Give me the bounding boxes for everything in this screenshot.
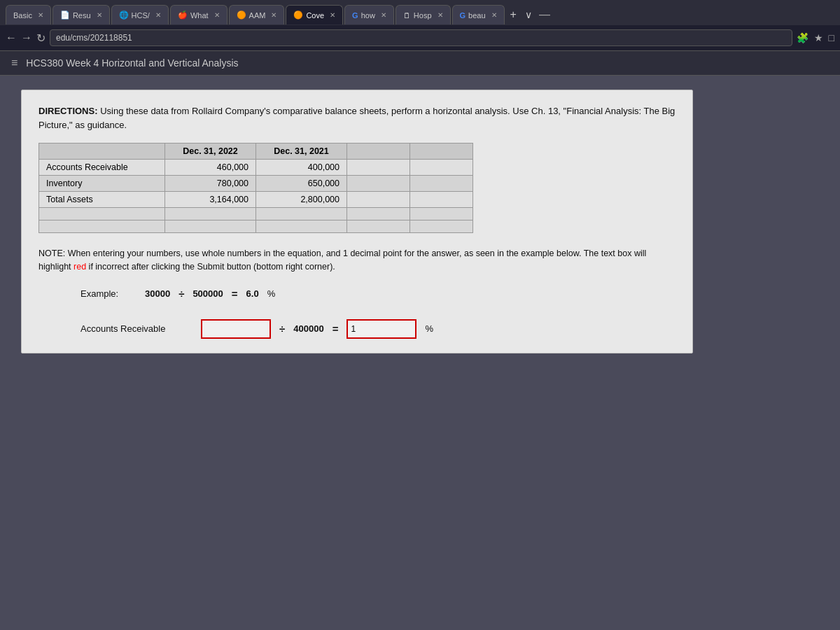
tab-cove-icon: 🟠 — [293, 10, 303, 20]
nav-forward-icon[interactable]: → — [21, 31, 32, 44]
minimize-button[interactable]: — — [539, 8, 550, 21]
calc-denominator: 400000 — [293, 323, 323, 334]
window-icon[interactable]: □ — [829, 32, 834, 43]
tab-how-close[interactable]: ✕ — [381, 11, 386, 19]
calc-row: Accounts Receivable ÷ 400000 = % — [38, 319, 676, 339]
tab-beau[interactable]: G beau ✕ — [452, 5, 505, 24]
new-tab-button[interactable]: + — [506, 8, 521, 21]
table-cell-label: Inventory — [39, 176, 165, 192]
tab-what-close[interactable]: ✕ — [214, 11, 220, 19]
tab-basic-label: Basic — [13, 11, 32, 20]
table-row: Inventory 780,000 650,000 — [39, 176, 473, 192]
example-numerator: 30000 — [145, 288, 170, 299]
table-cell-extra1 — [347, 160, 410, 176]
empty-cell — [165, 220, 256, 233]
address-bar: ← → ↻ 🧩 ★ □ — [0, 25, 840, 50]
table-cell-label: Accounts Receivable — [39, 160, 165, 176]
table-col3-header: Dec. 31, 2021 — [256, 144, 347, 160]
tab-hcs-icon: 🌐 — [119, 10, 129, 20]
table-col5-header — [410, 144, 473, 160]
extension-icon[interactable]: 🧩 — [797, 32, 808, 43]
tab-hcs-close[interactable]: ✕ — [155, 11, 161, 19]
tab-aam[interactable]: 🟠 AAM ✕ — [229, 5, 285, 24]
nav-refresh-icon[interactable]: ↻ — [36, 31, 46, 45]
tab-hcs[interactable]: 🌐 HCS/ ✕ — [111, 5, 169, 24]
tab-resu-label: Resu — [73, 11, 91, 20]
example-label: Example: — [80, 288, 136, 299]
tab-cove[interactable]: 🟠 Cove ✕ — [286, 5, 343, 24]
tab-how[interactable]: G how ✕ — [344, 5, 394, 24]
tab-cove-close[interactable]: ✕ — [330, 11, 335, 19]
table-cell-extra2 — [410, 192, 473, 208]
table-empty-row — [39, 208, 473, 220]
tab-overflow-button[interactable]: ∨ — [522, 9, 535, 20]
tab-beau-close[interactable]: ✕ — [491, 11, 497, 19]
address-field[interactable] — [50, 29, 792, 46]
directions-strong: DIRECTIONS: — [38, 106, 100, 116]
table-cell-extra1 — [347, 192, 410, 208]
example-denominator: 500000 — [192, 288, 223, 299]
bookmark-icon[interactable]: ★ — [814, 32, 823, 43]
tab-basic[interactable]: Basic ✕ — [6, 5, 51, 24]
example-percent: % — [267, 288, 276, 299]
page-header: ≡ HCS380 Week 4 Horizontal and Vertical … — [0, 51, 840, 76]
tab-aam-close[interactable]: ✕ — [271, 11, 276, 19]
content-area: DIRECTIONS: Using these data from Rollai… — [0, 76, 840, 630]
tab-what-icon: 🍎 — [178, 10, 188, 20]
table-cell-2021: 400,000 — [256, 160, 347, 176]
main-card: DIRECTIONS: Using these data from Rollai… — [21, 90, 693, 354]
tab-how-label: how — [361, 11, 375, 20]
empty-cell — [410, 208, 473, 220]
table-col2-header: Dec. 31, 2022 — [165, 144, 256, 160]
empty-cell — [165, 208, 256, 220]
browser-action-icons: 🧩 ★ □ — [797, 32, 834, 43]
empty-cell — [347, 220, 410, 233]
tab-resu-icon: 📄 — [60, 10, 70, 20]
empty-cell — [39, 220, 165, 233]
note-suffix: if incorrect after clicking the Submit b… — [86, 262, 335, 272]
example-answer: 6.0 — [246, 288, 259, 299]
calc-equals-operator: = — [332, 323, 339, 335]
calc-percent: % — [425, 323, 433, 334]
tab-beau-label: beau — [468, 11, 485, 20]
table-col1-header — [39, 144, 165, 160]
balance-sheet-table: Dec. 31, 2022 Dec. 31, 2021 Accounts Rec… — [38, 143, 473, 233]
tab-hosp-icon: 🗒 — [403, 11, 411, 20]
tab-how-icon: G — [352, 11, 358, 20]
table-cell-2022: 780,000 — [165, 176, 256, 192]
note-red-word: red — [74, 262, 86, 272]
calc-label: Accounts Receivable — [80, 323, 192, 334]
directions-text: DIRECTIONS: Using these data from Rollai… — [38, 104, 676, 132]
calc-answer-input[interactable] — [346, 319, 416, 339]
tab-basic-close[interactable]: ✕ — [38, 11, 43, 19]
tab-aam-label: AAM — [249, 11, 266, 20]
tab-resu-close[interactable]: ✕ — [97, 11, 102, 19]
tab-hosp-close[interactable]: ✕ — [438, 11, 443, 19]
tab-bar: Basic ✕ 📄 Resu ✕ 🌐 HCS/ ✕ 🍎 What ✕ 🟠 AAM… — [0, 0, 840, 25]
tab-cove-label: Cove — [306, 11, 324, 20]
empty-cell — [410, 220, 473, 233]
table-row: Total Assets 3,164,000 2,800,000 — [39, 192, 473, 208]
tab-hosp-label: Hosp — [414, 11, 432, 20]
table-cell-2021: 2,800,000 — [256, 192, 347, 208]
empty-cell — [256, 220, 347, 233]
empty-cell — [347, 208, 410, 220]
hamburger-icon[interactable]: ≡ — [11, 57, 18, 69]
example-row: Example: 30000 ÷ 500000 = 6.0 % — [38, 288, 676, 300]
table-cell-2021: 650,000 — [256, 176, 347, 192]
table-cell-extra1 — [347, 176, 410, 192]
table-cell-extra2 — [410, 160, 473, 176]
table-cell-2022: 3,164,000 — [165, 192, 256, 208]
empty-cell — [39, 208, 165, 220]
table-cell-extra2 — [410, 176, 473, 192]
note-text: NOTE: When entering your numbers, use wh… — [38, 247, 676, 274]
calc-numerator-input[interactable] — [201, 319, 271, 339]
tab-resu[interactable]: 📄 Resu ✕ — [52, 5, 110, 24]
tab-what[interactable]: 🍎 What ✕ — [170, 5, 227, 24]
table-empty-row — [39, 220, 473, 233]
nav-back-icon[interactable]: ← — [6, 31, 17, 44]
tab-hosp[interactable]: 🗒 Hosp ✕ — [396, 5, 451, 24]
tab-beau-icon: G — [460, 11, 466, 20]
table-row: Accounts Receivable 460,000 400,000 — [39, 160, 473, 176]
calc-div-operator: ÷ — [279, 323, 285, 335]
